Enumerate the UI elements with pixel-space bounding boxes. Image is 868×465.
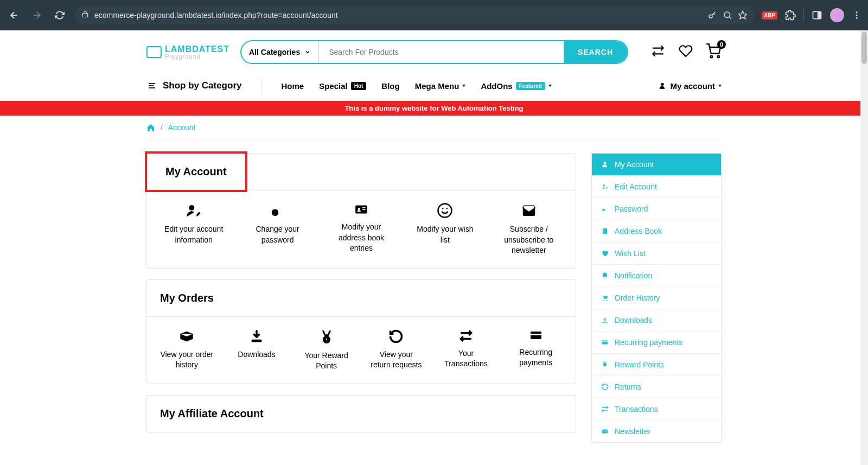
nav-special[interactable]: SpecialHot <box>319 81 366 91</box>
key-icon <box>707 10 717 20</box>
nav-my-account[interactable]: My account <box>658 81 722 91</box>
nav-blog[interactable]: Blog <box>381 81 399 91</box>
tile-recurring[interactable]: Recurring payments <box>509 329 563 372</box>
sidebar-item-transactions[interactable]: Transactions <box>592 398 721 421</box>
svg-rect-35 <box>602 341 608 345</box>
credit-card-icon <box>527 329 545 342</box>
user-edit-icon <box>601 183 609 190</box>
svg-rect-5 <box>818 11 821 18</box>
my-orders-heading: My Orders <box>147 280 576 316</box>
sidebar-item-address-book[interactable]: Address Book <box>592 220 721 243</box>
svg-point-7 <box>856 15 858 16</box>
gift-icon <box>601 361 609 368</box>
sidebar-item-my-account[interactable]: My Account <box>592 154 721 176</box>
tile-order-history[interactable]: View your order history <box>160 329 214 372</box>
account-sidebar: My Account Edit Account Password Address… <box>591 153 722 443</box>
address-card-icon <box>352 202 371 216</box>
logo[interactable]: LAMBDATEST Playground <box>146 45 229 60</box>
site-header: LAMBDATEST Playground All Categories SEA… <box>146 30 722 74</box>
nav-home[interactable]: Home <box>281 81 304 91</box>
chevron-down-icon <box>304 49 311 55</box>
forward-button[interactable] <box>29 8 44 23</box>
svg-rect-22 <box>252 340 262 342</box>
search-category-dropdown[interactable]: All Categories <box>241 41 319 63</box>
sidebar-item-password[interactable]: Password <box>592 198 721 220</box>
chevron-down-icon <box>718 85 722 87</box>
tile-transactions[interactable]: Your Transactions <box>439 329 493 372</box>
profile-avatar[interactable] <box>830 8 844 22</box>
svg-rect-37 <box>602 430 608 434</box>
undo-icon <box>601 383 609 391</box>
tile-wish-list[interactable]: Modify your wish list <box>411 202 478 256</box>
url-bar[interactable]: ecommerce-playground.lambdatest.io/index… <box>75 6 754 24</box>
sidebar-item-downloads[interactable]: Downloads <box>592 309 721 332</box>
nav-mega-menu[interactable]: Mega Menu <box>415 81 466 91</box>
sidebar-item-returns[interactable]: Returns <box>592 376 721 398</box>
main-content: My Account Edit your account information… <box>146 153 576 443</box>
breadcrumb: / Account <box>146 116 722 140</box>
heart-icon <box>601 250 609 257</box>
my-account-card: My Account Edit your account information… <box>146 153 576 269</box>
svg-point-14 <box>661 83 664 86</box>
shop-by-category[interactable]: Shop by Category <box>146 80 241 91</box>
sidebar-item-reward-points[interactable]: Reward Points <box>592 354 721 376</box>
medal-icon <box>319 329 334 345</box>
abp-badge[interactable]: ABP <box>762 11 777 20</box>
zoom-icon[interactable] <box>723 10 732 20</box>
panel-icon[interactable] <box>812 10 822 21</box>
key-icon <box>270 202 286 219</box>
wishlist-icon[interactable] <box>678 44 693 60</box>
scrollbar[interactable] <box>860 30 868 465</box>
main-nav: Shop by Category Home SpecialHot Blog Me… <box>146 74 722 101</box>
svg-point-21 <box>438 204 452 218</box>
svg-rect-0 <box>82 14 87 17</box>
svg-rect-34 <box>602 322 607 323</box>
menu-icon[interactable] <box>852 10 861 20</box>
download-icon <box>248 329 265 344</box>
tile-downloads[interactable]: Downloads <box>230 329 284 372</box>
user-icon <box>658 81 667 90</box>
sidebar-item-edit-account[interactable]: Edit Account <box>592 176 721 198</box>
tile-change-password[interactable]: Change your password <box>244 202 311 256</box>
svg-point-32 <box>603 300 604 301</box>
box-open-icon <box>177 329 196 344</box>
my-orders-card: My Orders View your order history Downlo… <box>146 279 576 384</box>
sidebar-item-order-history[interactable]: Order History <box>592 287 721 309</box>
breadcrumb-current[interactable]: Account <box>168 123 196 132</box>
tile-address-book[interactable]: Modify your address book entries <box>328 202 395 256</box>
svg-marker-3 <box>738 11 746 19</box>
search-button[interactable]: SEARCH <box>564 41 627 63</box>
reload-button[interactable] <box>52 8 67 23</box>
tile-reward-points[interactable]: Your Reward Points <box>299 329 353 372</box>
cart-count-badge: 0 <box>717 40 726 49</box>
chevron-down-icon <box>548 85 552 87</box>
home-icon[interactable] <box>146 123 155 132</box>
credit-card-icon <box>601 339 609 346</box>
tile-edit-account[interactable]: Edit your account information <box>160 202 227 256</box>
search-input[interactable] <box>319 41 564 63</box>
user-icon <box>601 161 609 168</box>
sidebar-item-recurring[interactable]: Recurring payments <box>592 332 721 354</box>
svg-point-9 <box>711 56 713 58</box>
book-icon <box>601 227 609 235</box>
svg-rect-30 <box>603 228 607 234</box>
nav-addons[interactable]: AddOnsFeatured <box>481 81 552 91</box>
svg-rect-26 <box>531 334 541 335</box>
sidebar-item-wish-list[interactable]: Wish List <box>592 243 721 265</box>
chevron-down-icon <box>462 85 465 87</box>
compare-icon[interactable] <box>650 44 666 60</box>
cart-icon <box>601 294 609 302</box>
svg-point-29 <box>602 208 605 211</box>
exchange-icon <box>458 329 474 343</box>
sidebar-item-newsletter[interactable]: Newsletter <box>592 421 721 442</box>
tile-newsletter[interactable]: Subscribe / unsubscribe to newsletter <box>495 202 563 256</box>
tile-returns[interactable]: View your return requests <box>369 329 423 372</box>
cart-icon[interactable]: 0 <box>705 43 722 61</box>
svg-point-10 <box>718 56 720 58</box>
sidebar-item-notification[interactable]: Notification <box>592 265 721 287</box>
svg-point-15 <box>189 205 194 211</box>
extensions-icon[interactable] <box>785 10 796 21</box>
back-button[interactable] <box>7 8 22 23</box>
affiliate-heading: My Affiliate Account <box>147 396 576 432</box>
star-icon[interactable] <box>738 10 748 20</box>
